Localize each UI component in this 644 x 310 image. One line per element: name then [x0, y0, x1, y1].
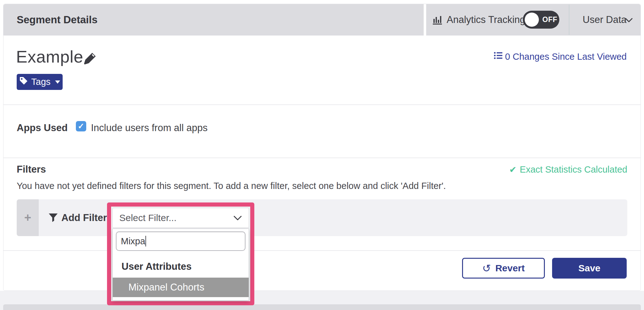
- checkbox-check-icon: ✓: [78, 122, 84, 130]
- edit-pencil-icon[interactable]: [83, 51, 97, 67]
- segment-details-card: Segment Details Analytics Tracking OFF U…: [3, 4, 641, 291]
- filters-heading: Filters: [17, 164, 46, 175]
- exact-statistics-status: ✔ Exact Statistics Calculated: [509, 164, 627, 175]
- dropdown-option-mixpanel-cohorts[interactable]: Mixpanel Cohorts: [113, 278, 249, 297]
- chevron-down-icon[interactable]: [625, 18, 633, 24]
- analytics-bars-icon: [433, 14, 443, 26]
- segment-name: Example: [16, 47, 83, 66]
- analytics-tracking-label: Analytics Tracking: [447, 4, 525, 36]
- save-button[interactable]: Save: [552, 258, 627, 279]
- revert-button-label: Revert: [495, 263, 525, 274]
- filter-select-value: Select Filter...: [119, 208, 177, 228]
- card-header: Segment Details Analytics Tracking OFF U…: [3, 4, 641, 36]
- select-chevron-down-icon: [234, 216, 242, 222]
- apps-used-label: Apps Used: [17, 122, 68, 134]
- header-divider: [569, 5, 569, 35]
- filter-funnel-icon: [48, 213, 58, 224]
- changes-list-icon: [494, 51, 502, 62]
- changes-since-last-viewed-link[interactable]: 0 Changes Since Last Viewed: [494, 51, 627, 62]
- toggle-state-label: OFF: [542, 11, 557, 29]
- revert-icon: ↺: [482, 262, 491, 274]
- section-divider: [3, 250, 641, 251]
- user-data-menu[interactable]: User Data: [583, 4, 627, 36]
- filter-dropdown-annotation: Select Filter... Mixpa User Attributes M…: [107, 202, 254, 305]
- section-divider: [3, 104, 641, 105]
- exact-statistics-label: Exact Statistics Calculated: [520, 164, 627, 175]
- include-all-apps-checkbox[interactable]: ✓: [76, 121, 86, 131]
- text-cursor: [145, 236, 146, 246]
- revert-button[interactable]: ↺ Revert: [462, 258, 545, 279]
- filter-dropdown-panel: Mixpa User Attributes Mixpanel Cohorts: [112, 229, 249, 301]
- changes-link-label: 0 Changes Since Last Viewed: [505, 52, 627, 62]
- add-filter-label: Add Filter: [61, 199, 107, 236]
- filter-search-value: Mixpa: [121, 236, 145, 246]
- filters-description: You have not yet defined filters for thi…: [17, 181, 446, 191]
- page-title: Segment Details: [17, 4, 98, 36]
- section-divider: [3, 158, 641, 158]
- add-filter-plus-button[interactable]: +: [17, 199, 39, 236]
- include-all-apps-label: Include users from all apps: [91, 122, 207, 134]
- toggle-knob[interactable]: [525, 13, 539, 27]
- caret-down-icon: [55, 80, 60, 84]
- dropdown-group-label: User Attributes: [121, 261, 192, 272]
- next-section-bar: [3, 304, 641, 310]
- filter-search-input[interactable]: Mixpa: [116, 231, 246, 251]
- segment-details-page: Segment Details Analytics Tracking OFF U…: [0, 0, 644, 310]
- tag-icon: [19, 76, 28, 87]
- tags-button-label: Tags: [31, 77, 50, 87]
- tags-button[interactable]: Tags: [17, 74, 63, 90]
- check-icon: ✔: [509, 164, 517, 175]
- analytics-tracking-toggle[interactable]: OFF: [523, 11, 559, 29]
- header-gap: [424, 4, 426, 36]
- filter-select[interactable]: Select Filter...: [112, 208, 249, 228]
